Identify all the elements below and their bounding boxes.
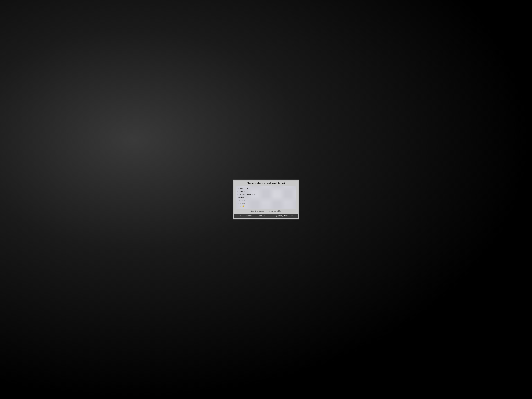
cancel-hint[interactable]: (Esc) Cancel: [239, 215, 252, 217]
list-item[interactable]: Czechoslovakian: [237, 193, 295, 196]
keyboard-layout-list[interactable]: BrazilianCroatianCzechoslovakianDanishEs…: [236, 186, 296, 209]
list-item[interactable]: Estonian: [237, 199, 295, 202]
list-item[interactable]: Finnish: [237, 202, 295, 205]
back-hint[interactable]: (F9) Back: [259, 215, 269, 217]
footer-divider: [234, 213, 298, 213]
list-item[interactable]: French: [237, 205, 295, 208]
list-item[interactable]: Danish: [237, 196, 295, 199]
continue-hint[interactable]: (Enter) Continue: [276, 215, 293, 217]
dialog-inner-border: Please select a keyboard layout Brazilia…: [234, 181, 298, 218]
scroll-hint: Use the arrow keys to scroll.: [234, 209, 298, 213]
footer-bar: (Esc) Cancel (F9) Back (Enter) Continue: [234, 214, 298, 218]
keyboard-layout-dialog: Please select a keyboard layout Brazilia…: [233, 180, 299, 219]
list-item[interactable]: Brazilian: [237, 187, 295, 190]
dialog-title: Please select a keyboard layout: [234, 181, 298, 185]
list-item[interactable]: Croatian: [237, 190, 295, 193]
